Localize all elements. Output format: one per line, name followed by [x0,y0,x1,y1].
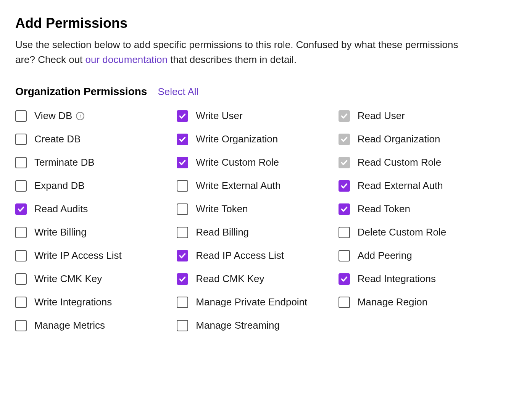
permission-item: Expand DB [15,180,169,192]
permission-label-text: Write Integrations [34,296,112,308]
permission-label-text: Write External Auth [196,180,281,192]
permission-checkbox[interactable] [15,297,27,308]
permission-item: Create DB [15,133,169,145]
permission-checkbox[interactable] [15,203,27,215]
permission-item: Terminate DB [15,157,169,168]
section-header: Organization Permissions Select All [15,86,517,98]
permission-item: Write Billing [15,226,169,238]
permission-label-text: View DB [34,110,72,122]
permission-label: Create DB [34,133,81,145]
permission-label-text: Read Token [358,203,410,215]
permission-item: Write CMK Key [15,273,169,285]
permission-item: Write Custom Role [177,157,330,168]
permission-item: Write External Auth [177,180,330,192]
permission-item: Manage Private Endpoint [177,296,330,308]
permission-checkbox[interactable] [177,180,188,192]
permission-label: Write User [196,110,242,122]
permission-label-text: Create DB [34,133,81,145]
permission-checkbox[interactable] [339,297,350,308]
permission-label: Read Organization [358,133,440,145]
permission-item: Read IP Access List [177,250,330,261]
permission-label: Write Billing [34,226,87,238]
permission-item: Delete Custom Role [339,226,492,238]
permission-label: Read Billing [196,226,249,238]
permission-label: Write IP Access List [34,250,122,261]
permission-label: Read User [358,110,405,122]
permission-item: Read CMK Key [177,273,330,285]
permission-label-text: Terminate DB [34,157,95,168]
permission-label: Terminate DB [34,157,95,168]
permission-item: Write Token [177,203,330,215]
permission-label: Write Token [196,203,248,215]
permission-label: Expand DB [34,180,85,192]
permission-label-text: Read CMK Key [196,273,264,285]
page-description: Use the selection below to add specific … [15,37,473,67]
permission-label-text: Write Token [196,203,248,215]
page-title: Add Permissions [15,15,517,31]
permission-checkbox[interactable] [15,110,27,122]
permission-checkbox[interactable] [177,250,188,261]
permissions-grid: View DBiWrite UserRead UserCreate DBWrit… [15,110,492,331]
permission-checkbox [339,157,350,168]
permission-checkbox[interactable] [177,110,188,122]
documentation-link[interactable]: our documentation [85,54,168,65]
permission-label: Write Organization [196,133,278,145]
permission-label-text: Manage Private Endpoint [196,296,307,308]
info-icon[interactable]: i [76,112,84,120]
permission-item: Read Token [339,203,492,215]
permission-label-text: Add Peering [358,250,412,261]
permission-label-text: Write Organization [196,133,278,145]
permission-item: Read User [339,110,492,122]
permission-checkbox[interactable] [339,250,350,261]
permission-checkbox[interactable] [339,203,350,215]
permission-checkbox[interactable] [15,320,27,331]
permission-item: Read Billing [177,226,330,238]
permission-checkbox[interactable] [177,227,188,238]
permission-label: Read Token [358,203,410,215]
permission-label-text: Manage Region [358,296,428,308]
permission-checkbox[interactable] [177,157,188,168]
permission-checkbox[interactable] [177,273,188,285]
permission-checkbox[interactable] [339,227,350,238]
permission-checkbox[interactable] [15,273,27,285]
permission-checkbox[interactable] [15,157,27,168]
permission-label-text: Write Billing [34,226,87,238]
permission-label: Manage Metrics [34,320,105,331]
permission-checkbox[interactable] [15,180,27,192]
permission-checkbox[interactable] [15,134,27,145]
permission-label-text: Write IP Access List [34,250,122,261]
permission-item: Write Integrations [15,296,169,308]
permission-label-text: Write User [196,110,242,122]
permission-label: Read CMK Key [196,273,264,285]
permission-item: Manage Streaming [177,320,330,331]
permission-item: Read Integrations [339,273,492,285]
permission-item: Read External Auth [339,180,492,192]
permission-checkbox[interactable] [339,273,350,285]
permission-checkbox[interactable] [15,227,27,238]
permission-checkbox[interactable] [15,250,27,261]
permission-label-text: Read User [358,110,405,122]
permission-label: Read IP Access List [196,250,284,261]
permission-checkbox[interactable] [177,320,188,331]
permission-checkbox [339,134,350,145]
permission-item: Read Audits [15,203,169,215]
permission-checkbox[interactable] [177,134,188,145]
permission-label: Manage Region [358,296,428,308]
permission-label-text: Write Custom Role [196,157,279,168]
permission-label-text: Manage Streaming [196,320,280,331]
permission-label: Read Audits [34,203,88,215]
permission-item: Write Organization [177,133,330,145]
permission-label-text: Read Billing [196,226,249,238]
permission-checkbox[interactable] [177,297,188,308]
permission-label-text: Read IP Access List [196,250,284,261]
permission-checkbox[interactable] [177,203,188,215]
permission-label: View DBi [34,110,84,122]
select-all-link[interactable]: Select All [158,86,198,98]
section-title: Organization Permissions [15,86,147,98]
permission-item: Add Peering [339,250,492,261]
permission-label: Read Custom Role [358,157,442,168]
permission-checkbox[interactable] [339,180,350,192]
permission-item: Write IP Access List [15,250,169,261]
permission-label: Read Integrations [358,273,436,285]
permission-label-text: Read Organization [358,133,440,145]
